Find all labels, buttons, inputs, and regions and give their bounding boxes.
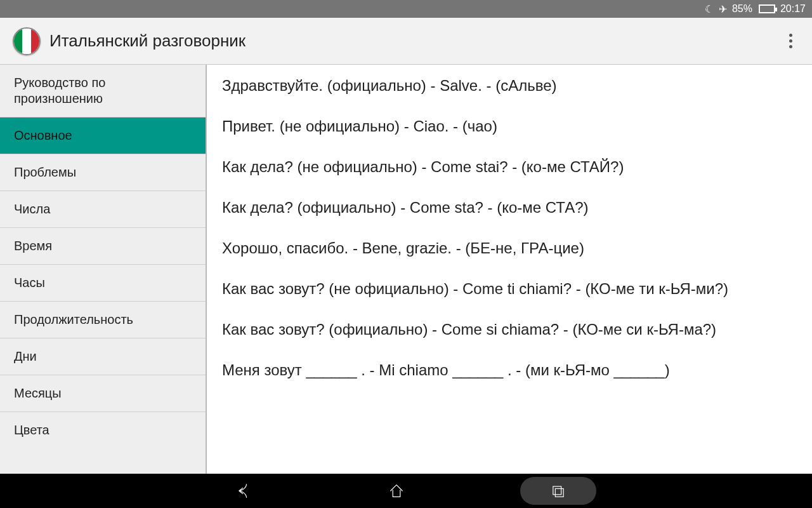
- nav-back-button[interactable]: [216, 478, 273, 504]
- sidebar-item[interactable]: Числа: [0, 191, 206, 228]
- phrase-entry: Хорошо, спасибо. - Bene, grazie. - (БЕ-н…: [222, 239, 797, 258]
- phrase-entry: Как вас зовут? (не официально) - Come ti…: [222, 279, 797, 298]
- app-icon-italian-flag: [13, 27, 41, 55]
- sidebar-item[interactable]: Руководство по произношению: [0, 65, 206, 117]
- airplane-mode-icon: ✈: [719, 3, 727, 15]
- sidebar-item[interactable]: Дни: [0, 338, 206, 375]
- phrase-entry: Здравствуйте. (официально) - Salve. - (с…: [222, 76, 797, 95]
- category-sidebar[interactable]: Руководство по произношениюОсновноеПробл…: [0, 65, 207, 474]
- content-area: Руководство по произношениюОсновноеПробл…: [0, 65, 812, 474]
- sidebar-item[interactable]: Время: [0, 228, 206, 265]
- nav-recent-apps-button[interactable]: [520, 477, 596, 505]
- sidebar-item[interactable]: Цвета: [0, 412, 206, 438]
- nav-home-button[interactable]: [368, 478, 425, 504]
- dnd-moon-icon: ☾: [705, 3, 714, 15]
- phrase-entry: Как дела? (официально) - Come sta? - (ко…: [222, 198, 797, 217]
- android-status-bar: ☾ ✈ 85% 20:17: [0, 0, 812, 18]
- phrase-entry: Как вас зовут? (официально) - Come si ch…: [222, 320, 797, 339]
- sidebar-item[interactable]: Часы: [0, 265, 206, 302]
- phrase-entry: Привет. (не официально) - Ciao. - (чао): [222, 117, 797, 136]
- clock: 20:17: [780, 3, 806, 15]
- sidebar-item[interactable]: Продолжительность: [0, 302, 206, 338]
- sidebar-item[interactable]: Основное: [0, 117, 206, 154]
- android-nav-bar: [0, 474, 812, 508]
- sidebar-item[interactable]: Месяцы: [0, 375, 206, 412]
- svg-rect-1: [555, 489, 563, 497]
- phrase-entry: Меня зовут ______ . - Mi chiamo ______ .…: [222, 361, 797, 380]
- phrase-list[interactable]: Здравствуйте. (официально) - Salve. - (с…: [207, 65, 812, 474]
- svg-rect-0: [553, 486, 561, 495]
- phrase-entry: Как дела? (не официально) - Come stai? -…: [222, 157, 797, 177]
- app-bar: Итальянский разговорник: [0, 18, 812, 65]
- sidebar-item[interactable]: Проблемы: [0, 154, 206, 191]
- battery-icon: [757, 4, 775, 13]
- app-title: Итальянский разговорник: [49, 31, 778, 51]
- battery-percent: 85%: [732, 3, 752, 15]
- overflow-menu-button[interactable]: [778, 29, 803, 54]
